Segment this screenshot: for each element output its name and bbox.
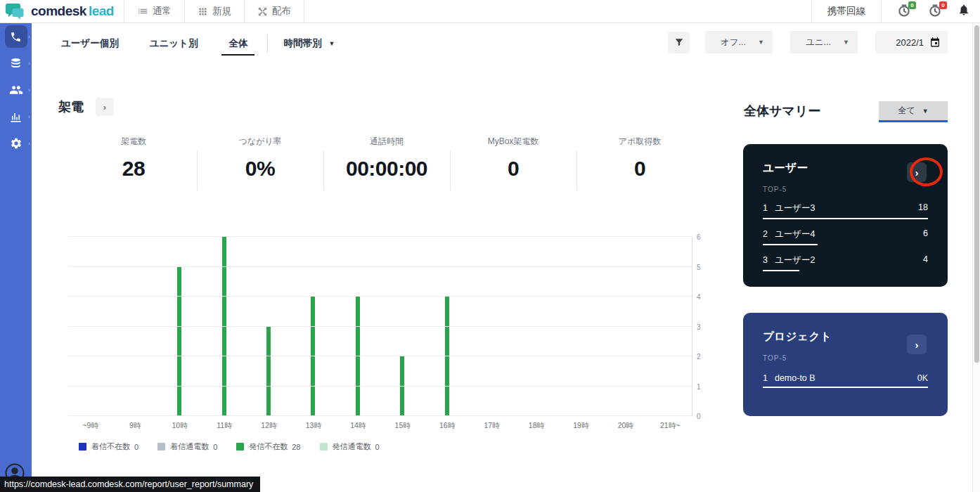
legend-item: 発信通電数0 [320, 441, 380, 452]
chart-bar [356, 297, 360, 416]
chart-bar [445, 297, 449, 416]
sidebar-item-users[interactable]: › [0, 77, 32, 103]
top-header: comdesklead 通常 新規 配布 携帯回線 0 0 [0, 0, 980, 23]
chart-column [202, 237, 246, 416]
header-menu: 通常 新規 配布 [124, 0, 304, 22]
card-subtitle: TOP-5 [763, 186, 928, 193]
user-summary-card: ユーザー › TOP-5 1ユーザー318 2ユーザー46 3ユーザー24 [743, 144, 948, 287]
date-picker[interactable]: 2022/1 [875, 31, 948, 53]
stat-calls: 架電数 28 [70, 131, 197, 181]
legend-label: 着信不在数 [91, 441, 130, 452]
menu-item-label: 新規 [212, 5, 231, 18]
tab-overall[interactable]: 全体 [213, 23, 263, 64]
chart-column [157, 237, 202, 416]
gridline [68, 296, 692, 297]
user-card-open-button[interactable]: › [907, 162, 927, 182]
sidebar-item-calls[interactable]: › [0, 23, 32, 50]
sidebar-item-settings[interactable]: › [0, 130, 32, 157]
rank-bar [763, 244, 818, 245]
x-axis-label: 10時 [157, 421, 202, 431]
gridline [68, 356, 692, 356]
tab-user-individual[interactable]: ユーザー個別 [46, 23, 134, 64]
chart-bar [400, 356, 404, 416]
chevron-right-icon: › [28, 140, 30, 147]
filter-toolbar: オフ... ▼ ユニ... ▼ 2022/1 [668, 31, 948, 53]
chart-bar [311, 297, 315, 416]
header-right: 携帯回線 0 0 [811, 0, 980, 22]
summary-title: 全体サマリー [744, 103, 820, 119]
y-axis-tick: 5 [697, 263, 701, 271]
report-tabs: ユーザー個別 ユニット別 全体 時間帯別 ▼ [46, 23, 346, 64]
chevron-right-icon: › [28, 113, 30, 120]
x-axis-label: 19時 [559, 421, 603, 431]
x-axis-label: 13時 [291, 421, 335, 431]
stat-talk-time: 通話時間 00:00:00 [323, 131, 450, 181]
legend-swatch [320, 443, 328, 451]
card-title: プロジェクト [763, 330, 928, 344]
funnel-icon [674, 37, 684, 47]
scrollbar-thumb[interactable] [974, 25, 979, 363]
timer-badge-green: 0 [908, 1, 916, 9]
vertical-scrollbar[interactable] [972, 23, 980, 492]
office-dropdown[interactable]: オフ... ▼ [705, 31, 773, 53]
time-range-dropdown[interactable]: 時間帯別 ▼ [272, 37, 346, 50]
project-card-open-button[interactable]: › [907, 335, 927, 354]
sidebar-item-data[interactable]: › [0, 50, 32, 77]
timer-red[interactable]: 0 [928, 4, 943, 19]
legend-swatch [79, 443, 86, 451]
unit-dropdown[interactable]: ユニ... ▼ [790, 31, 858, 53]
rank-bar [763, 270, 799, 271]
gridline [68, 415, 692, 416]
chart-legend: 着信不在数0着信通電数0発信不在数28発信通電数0 [79, 441, 380, 452]
chart-column [425, 237, 469, 416]
user-rank-row[interactable]: 3ユーザー24 [763, 254, 928, 271]
chart-column [647, 237, 692, 416]
y-axis-tick: 4 [697, 293, 701, 301]
stats-row: 架電数 28 つながり率 0% 通話時間 00:00:00 MyBox架電数 0… [70, 131, 703, 181]
menu-item-normal[interactable]: 通常 [124, 0, 184, 22]
timer-badge-red: 0 [939, 1, 947, 9]
caret-down-icon: ▼ [328, 40, 335, 47]
chevron-right-icon: › [28, 33, 30, 40]
card-title: ユーザー [763, 161, 928, 176]
tab-unit[interactable]: ユニット別 [134, 23, 214, 64]
section-title: 架電 [58, 98, 84, 115]
user-rank-row[interactable]: 1ユーザー318 [763, 202, 928, 219]
x-axis-label: ~9時 [68, 421, 112, 431]
phone-icon [10, 31, 22, 43]
distribute-icon [257, 6, 268, 17]
notification-bell-button[interactable] [958, 4, 970, 19]
legend-label: 着信通電数 [170, 441, 209, 452]
chart-columns [68, 237, 692, 416]
legend-count: 28 [292, 443, 300, 451]
database-icon [9, 57, 22, 70]
project-rank-row[interactable]: 1demo-to B0K [763, 373, 928, 388]
chart-column [469, 237, 513, 416]
chart-column [558, 237, 602, 416]
card-subtitle: TOP-5 [763, 354, 928, 362]
menu-item-distribute[interactable]: 配布 [244, 0, 304, 22]
summary-scope-dropdown[interactable]: 全て ▼ [879, 101, 948, 122]
gridline [68, 266, 692, 267]
x-axis-label: 17時 [470, 421, 514, 431]
legend-swatch [157, 443, 165, 451]
section-expand-button[interactable]: › [96, 98, 114, 116]
chart-column [602, 237, 647, 416]
chart-column [380, 237, 425, 416]
brand-logo[interactable]: comdesklead [0, 2, 124, 20]
x-axis-label: 16時 [425, 421, 469, 431]
user-rank-row[interactable]: 2ユーザー46 [763, 228, 928, 245]
sidebar-item-reports[interactable]: › [0, 103, 32, 130]
legend-count: 0 [134, 443, 138, 451]
chart-bar [222, 237, 226, 416]
stat-connect-rate: つながり率 0% [197, 131, 323, 181]
x-axis-label: 12時 [247, 421, 291, 431]
stat-mybox-calls: MyBox架電数 0 [450, 131, 576, 181]
legend-swatch [236, 443, 244, 451]
timer-green[interactable]: 0 [897, 4, 913, 19]
filter-button[interactable] [668, 32, 690, 53]
menu-item-new[interactable]: 新規 [184, 0, 244, 22]
chart-column [291, 237, 335, 416]
legend-count: 0 [375, 443, 380, 451]
chart-column [514, 237, 558, 416]
